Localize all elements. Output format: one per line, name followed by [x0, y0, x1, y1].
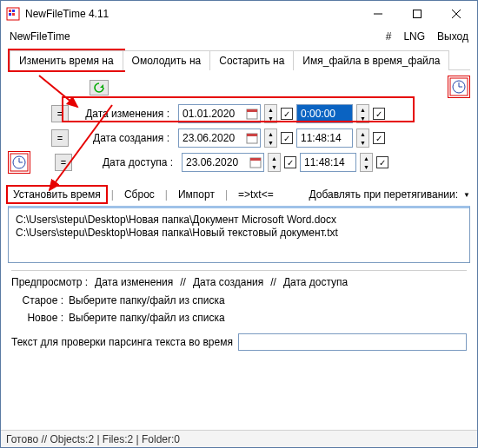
- preview-rows: Старое :Выберите папку/файл из списка Но…: [11, 292, 467, 326]
- menu-exit[interactable]: Выход: [437, 30, 468, 43]
- file-list[interactable]: C:\Users\stepu\Desktop\Новая папка\Докум…: [8, 206, 470, 263]
- date-accessed[interactable]: 23.06.2020: [182, 153, 264, 172]
- chevron-down-icon[interactable]: ▼: [463, 191, 470, 199]
- file-row[interactable]: C:\Users\stepu\Desktop\Новая папка\Докум…: [16, 214, 462, 227]
- chk-modified-date[interactable]: ✓: [281, 108, 293, 120]
- svg-rect-6: [413, 10, 421, 18]
- chk-created-time[interactable]: ✓: [373, 132, 385, 144]
- svg-rect-4: [12, 13, 15, 16]
- date-accessed-spinner[interactable]: ▲▼: [268, 153, 281, 172]
- app-window: NewFileTime 4.11 NewFileTime # LNG Выход…: [0, 0, 478, 448]
- status-text: Готово // Objects:2 | Files:2 | Folder:0: [6, 433, 180, 445]
- menubar: NewFileTime # LNG Выход: [1, 27, 477, 46]
- file-row[interactable]: C:\Users\stepu\Desktop\Новая папка\Новый…: [16, 227, 462, 240]
- refresh-button[interactable]: [90, 80, 109, 96]
- window-title: NewFileTime 4.11: [25, 8, 358, 20]
- col-modified: Дата изменения: [95, 276, 173, 288]
- close-button[interactable]: [436, 2, 475, 26]
- menu-lng[interactable]: LNG: [403, 30, 425, 43]
- time-modified[interactable]: 0:00:00: [296, 104, 353, 123]
- clock-button-top[interactable]: [448, 76, 470, 98]
- date-created[interactable]: 23.06.2020: [178, 128, 261, 148]
- chk-created-date[interactable]: ✓: [281, 132, 293, 144]
- label-created: Дата создания :: [72, 132, 175, 144]
- time-created-spinner[interactable]: ▲▼: [356, 128, 369, 148]
- time-modified-spinner[interactable]: ▲▼: [356, 104, 369, 123]
- cmd-txt[interactable]: =>txt<=: [233, 187, 279, 202]
- minimize-button[interactable]: [358, 2, 397, 26]
- date-modified[interactable]: 01.01.2020: [178, 104, 261, 123]
- menu-hash[interactable]: #: [386, 30, 392, 43]
- tab-filename[interactable]: Имя_файла в время_файла: [293, 50, 449, 70]
- date-modified-spinner[interactable]: ▲▼: [264, 104, 277, 123]
- new-label: Новое :: [11, 312, 63, 324]
- time-accessed[interactable]: 11:48:14: [300, 153, 356, 172]
- parse-label: Текст для проверки парсинга текста во вр…: [11, 336, 233, 348]
- old-label: Старое :: [11, 294, 63, 306]
- tabs: Изменить время на Омолодить на Состарить…: [8, 49, 470, 70]
- commands-bar: Установить время | Сброс | Импорт | =>tx…: [8, 187, 470, 202]
- menu-app[interactable]: NewFileTime: [10, 30, 70, 43]
- chk-accessed-date[interactable]: ✓: [284, 156, 296, 168]
- svg-rect-22: [250, 158, 261, 161]
- preview-header: Предпросмотр : Дата изменения // Дата со…: [11, 270, 467, 288]
- label-accessed: Дата доступа :: [76, 156, 178, 168]
- tab-change-time[interactable]: Изменить время на: [10, 50, 123, 70]
- svg-rect-1: [9, 10, 11, 12]
- app-icon: [6, 7, 20, 21]
- cmd-add-drag[interactable]: Добавлять при перетягивании:: [309, 188, 459, 201]
- time-created[interactable]: 11:48:14: [296, 128, 353, 148]
- svg-rect-3: [9, 13, 11, 16]
- maximize-button[interactable]: [397, 2, 436, 26]
- eq-created[interactable]: =: [51, 129, 69, 147]
- chk-modified-time[interactable]: ✓: [373, 108, 385, 120]
- svg-rect-16: [247, 134, 257, 136]
- statusbar: Готово // Objects:2 | Files:2 | Folder:0: [1, 430, 477, 447]
- date-created-spinner[interactable]: ▲▼: [264, 128, 277, 148]
- chk-accessed-time[interactable]: ✓: [376, 156, 388, 168]
- parse-row: Текст для проверки парсинга текста во вр…: [11, 333, 467, 351]
- titlebar: NewFileTime 4.11: [1, 1, 477, 27]
- time-accessed-spinner[interactable]: ▲▼: [360, 153, 373, 172]
- calendar-icon[interactable]: [246, 132, 258, 144]
- new-value: Выберите папку/файл из списка: [69, 312, 225, 324]
- tab-older[interactable]: Состарить на: [209, 50, 294, 70]
- col-created: Дата создания: [193, 276, 263, 288]
- parse-input[interactable]: [238, 333, 467, 351]
- col-accessed: Дата доступа: [283, 276, 348, 288]
- svg-rect-2: [12, 10, 15, 12]
- cmd-reset[interactable]: Сброс: [119, 187, 160, 202]
- label-modified: Дата изменения :: [72, 108, 175, 120]
- clock-button-bottom[interactable]: [8, 151, 30, 174]
- calendar-icon[interactable]: [246, 108, 258, 120]
- time-panel: = Дата изменения : 01.01.2020 ▲▼ ✓ 0:00:…: [8, 76, 470, 175]
- eq-modified[interactable]: =: [51, 105, 69, 122]
- cmd-set-time[interactable]: Установить время: [8, 187, 106, 202]
- tab-younger[interactable]: Омолодить на: [123, 50, 211, 70]
- calendar-icon[interactable]: [249, 156, 262, 168]
- svg-rect-14: [247, 109, 257, 112]
- eq-accessed[interactable]: =: [55, 154, 72, 171]
- old-value: Выберите папку/файл из списка: [69, 294, 225, 306]
- preview-title: Предпросмотр :: [11, 276, 88, 288]
- cmd-import[interactable]: Импорт: [173, 187, 220, 202]
